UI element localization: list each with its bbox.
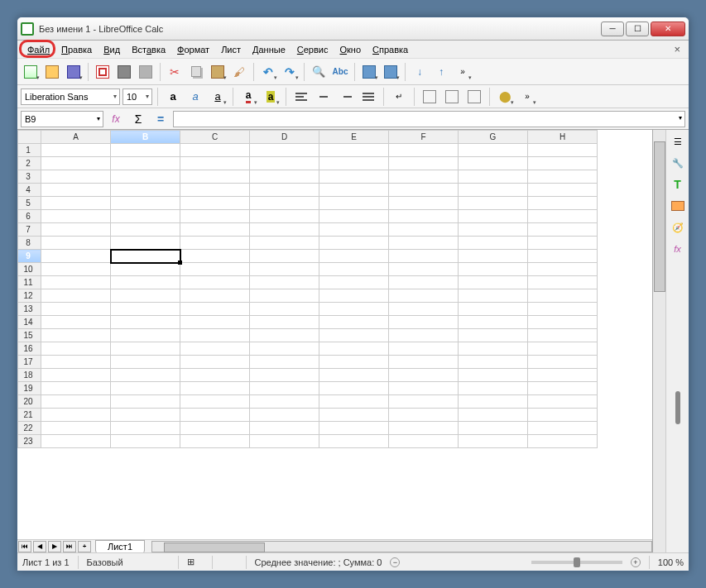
cell[interactable]: [41, 342, 111, 356]
cell[interactable]: [319, 409, 389, 422]
column-header[interactable]: C: [180, 131, 250, 144]
cell[interactable]: [319, 157, 389, 170]
cell[interactable]: [389, 382, 459, 395]
cell[interactable]: [528, 303, 598, 316]
cell[interactable]: [180, 369, 250, 382]
print-button[interactable]: [114, 62, 134, 82]
cell[interactable]: [180, 316, 250, 329]
cell[interactable]: [528, 263, 598, 276]
column-header[interactable]: D: [250, 131, 319, 144]
highlight-color-button[interactable]: a: [261, 87, 281, 107]
find-button[interactable]: 🔍: [309, 62, 329, 82]
cell[interactable]: [389, 210, 459, 223]
font-size-combo[interactable]: 10: [122, 88, 152, 105]
cell[interactable]: [180, 197, 250, 210]
cell[interactable]: [528, 356, 598, 369]
cell[interactable]: [180, 289, 250, 303]
select-all-corner[interactable]: [18, 131, 41, 144]
cell[interactable]: [459, 276, 528, 289]
cell[interactable]: [111, 276, 180, 289]
cell[interactable]: [111, 342, 180, 356]
align-justify-button[interactable]: [358, 87, 378, 107]
cell[interactable]: [528, 369, 598, 382]
row-header[interactable]: 18: [18, 369, 41, 382]
cell[interactable]: [389, 303, 459, 316]
cell[interactable]: [180, 382, 250, 395]
cell[interactable]: [41, 250, 111, 263]
cell[interactable]: [250, 316, 319, 329]
navigator-icon[interactable]: 🧭: [670, 219, 686, 236]
cell[interactable]: [111, 435, 180, 448]
cell[interactable]: [528, 250, 598, 263]
cell[interactable]: [319, 276, 389, 289]
cell[interactable]: [389, 342, 459, 356]
save-button[interactable]: [64, 62, 84, 82]
cell[interactable]: [389, 197, 459, 210]
row-header[interactable]: 14: [18, 316, 41, 329]
cell[interactable]: [41, 422, 111, 435]
cell[interactable]: [528, 197, 598, 210]
cell[interactable]: [180, 144, 250, 157]
unmerge-button[interactable]: [442, 87, 462, 107]
row-header[interactable]: 9: [18, 250, 41, 263]
cell[interactable]: [319, 250, 389, 263]
bold-button[interactable]: a: [163, 87, 183, 107]
row-header[interactable]: 15: [18, 329, 41, 342]
cell[interactable]: [459, 144, 528, 157]
cell[interactable]: [528, 435, 598, 448]
cell[interactable]: [459, 184, 528, 197]
cell[interactable]: [111, 250, 180, 263]
menu-window[interactable]: Окно: [334, 43, 366, 56]
cell[interactable]: [250, 157, 319, 170]
cell[interactable]: [389, 435, 459, 448]
cell[interactable]: [319, 303, 389, 316]
cell[interactable]: [41, 316, 111, 329]
cell[interactable]: [319, 329, 389, 342]
cell[interactable]: [528, 210, 598, 223]
export-pdf-button[interactable]: [93, 62, 113, 82]
column-header[interactable]: E: [319, 131, 389, 144]
cell[interactable]: [111, 329, 180, 342]
more-format-button[interactable]: »: [517, 87, 537, 107]
cell[interactable]: [528, 342, 598, 356]
cell[interactable]: [319, 170, 389, 184]
cell[interactable]: [41, 197, 111, 210]
cell[interactable]: [250, 395, 319, 409]
menu-data[interactable]: Данные: [247, 43, 291, 56]
cell[interactable]: [528, 395, 598, 409]
cell[interactable]: [111, 382, 180, 395]
cell[interactable]: [459, 356, 528, 369]
undo-button[interactable]: ↶: [258, 62, 278, 82]
menu-format[interactable]: Формат: [172, 43, 214, 56]
cell[interactable]: [41, 237, 111, 250]
cell[interactable]: [250, 422, 319, 435]
cell[interactable]: [250, 237, 319, 250]
cell[interactable]: [111, 356, 180, 369]
format-paintbrush-button[interactable]: 🖌: [229, 62, 249, 82]
menu-sheet[interactable]: Лист: [216, 43, 246, 56]
add-sheet-button[interactable]: +: [78, 541, 91, 552]
sheet-tab[interactable]: Лист1: [95, 540, 145, 553]
cell[interactable]: [180, 170, 250, 184]
column-header[interactable]: F: [389, 131, 459, 144]
cell[interactable]: [41, 289, 111, 303]
cell[interactable]: [250, 356, 319, 369]
cell[interactable]: [111, 157, 180, 170]
styles-icon[interactable]: T: [670, 176, 686, 193]
cell[interactable]: [389, 409, 459, 422]
cell[interactable]: [389, 422, 459, 435]
merge-cells-button[interactable]: [420, 87, 439, 107]
cell[interactable]: [389, 289, 459, 303]
cell[interactable]: [459, 263, 528, 276]
font-color-button[interactable]: a: [238, 87, 258, 107]
cell[interactable]: [41, 223, 111, 237]
cell[interactable]: [180, 329, 250, 342]
sidebar-handle[interactable]: [675, 391, 680, 424]
row-header[interactable]: 6: [18, 210, 41, 223]
close-button[interactable]: ✕: [651, 22, 685, 36]
menu-edit[interactable]: Правка: [56, 43, 97, 56]
cell[interactable]: [41, 144, 111, 157]
cell[interactable]: [319, 369, 389, 382]
zoom-in-button[interactable]: +: [631, 557, 641, 567]
cell[interactable]: [459, 303, 528, 316]
